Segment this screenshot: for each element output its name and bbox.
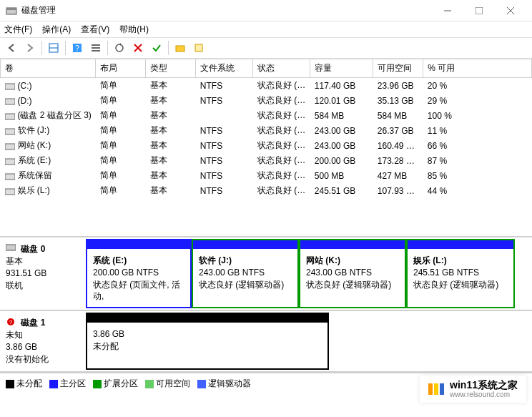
disk-icon [6,243,16,255]
partition-status: 未分配 [93,340,322,353]
svg-point-13 [116,44,123,51]
toolbar-separator [65,41,66,55]
partition-name: 软件 (J:) [199,255,292,267]
disk-status: 联机 [6,280,23,290]
col-pct[interactable]: % 可用 [423,59,532,78]
svg-rect-21 [5,129,15,134]
toolbar-separator [107,41,108,55]
table-row[interactable]: 娱乐 (L:)简单基本NTFS状态良好 (…245.51 GB107.93 …4… [1,183,532,198]
svg-rect-17 [195,44,202,51]
toolbar-separator [168,41,169,55]
table-row[interactable]: (磁盘 2 磁盘分区 3)简单基本状态良好 (…584 MB584 MB100 … [1,108,532,123]
legend-swatch [49,380,58,388]
volume-table[interactable]: 卷 布局 类型 文件系统 状态 容量 可用空间 % 可用 (C:)简单基本NTF… [0,59,532,198]
close-button[interactable] [495,1,526,21]
table-row[interactable]: 系统保留简单基本NTFS状态良好 (…500 MB427 MB85 % [1,168,532,183]
disk-info[interactable]: ? 磁盘 1 未知 3.86 GB 没有初始化 [0,311,84,371]
minimize-button[interactable] [432,1,463,21]
legend-swatch [93,380,102,388]
folder-icon[interactable] [172,39,189,57]
watermark-text: win11系统之家 www.relsound.com [450,380,518,398]
watermark: win11系统之家 www.relsound.com [420,376,526,403]
table-row[interactable]: 网站 (K:)简单基本NTFS状态良好 (…243.00 GB160.49 …6… [1,138,532,153]
watermark-url: www.relsound.com [450,391,518,398]
col-layout[interactable]: 布局 [96,59,146,78]
svg-rect-12 [92,50,100,51]
disk-type: 基本 [6,256,23,266]
legend-swatch [145,380,154,388]
menu-view[interactable]: 查看(V) [81,24,109,36]
svg-text:?: ? [75,44,79,52]
col-volume[interactable]: 卷 [1,59,96,78]
maximize-button[interactable] [463,1,495,21]
partition-stripe [193,240,297,249]
partition[interactable]: 网站 (K:)243.00 GB NTFS状态良好 (逻辑驱动器) [299,239,406,308]
disk-row: 磁盘 0 基本 931.51 GB 联机 系统 (E:)200.00 GB NT… [0,237,532,311]
legend-swatch [6,380,14,388]
legend-item: 可用空间 [145,378,190,390]
svg-rect-10 [92,44,100,46]
volume-icon [5,172,15,180]
disk-partitions: 系统 (E:)200.00 GB NTFS状态良好 (页面文件, 活动,软件 (… [84,237,532,310]
svg-rect-26 [6,245,16,250]
watermark-title: win11系统之家 [450,380,518,391]
volume-icon [5,127,15,134]
list-icon[interactable] [87,39,104,57]
help-icon[interactable]: ? [69,39,86,57]
col-fs[interactable]: 文件系统 [196,59,253,78]
svg-rect-23 [5,159,15,165]
svg-rect-25 [5,189,15,195]
volume-list-panel: 卷 布局 类型 文件系统 状态 容量 可用空间 % 可用 (C:)简单基本NTF… [0,59,532,237]
table-row[interactable]: (D:)简单基本NTFS状态良好 (…120.01 GB35.13 GB29 % [1,93,532,108]
partition-stripe [300,240,405,249]
disk-partitions: 3.86 GB未分配 [84,311,532,371]
partition-status: 状态良好 (逻辑驱动器) [413,279,508,291]
app-icon [6,5,17,16]
table-row[interactable]: 系统 (E:)简单基本NTFS状态良好 (…200.00 GB173.28 …8… [1,153,532,168]
partition-size: 3.86 GB [93,328,322,340]
back-button[interactable] [3,39,20,57]
col-type[interactable]: 类型 [146,59,196,78]
forward-button[interactable] [21,39,39,57]
col-capacity[interactable]: 容量 [310,59,373,78]
col-free[interactable]: 可用空间 [373,59,423,78]
table-row[interactable]: 软件 (J:)简单基本NTFS状态良好 (…243.00 GB26.37 GB1… [1,123,532,138]
disk-size: 931.51 GB [6,268,46,278]
partition-stripe [408,240,513,249]
table-header-row: 卷 布局 类型 文件系统 状态 容量 可用空间 % 可用 [1,59,532,78]
table-row[interactable]: (C:)简单基本NTFS状态良好 (…117.40 GB23.96 GB20 % [1,78,532,94]
volume-icon [5,112,15,119]
svg-rect-22 [5,144,15,149]
delete-icon[interactable] [129,39,147,57]
svg-rect-18 [5,84,15,89]
svg-rect-19 [5,99,15,104]
partition[interactable]: 系统 (E:)200.00 GB NTFS状态良好 (页面文件, 活动, [86,239,192,308]
menu-file[interactable]: 文件(F) [4,24,32,36]
partition-size: 200.00 GB NTFS [93,267,184,279]
window-controls [432,1,526,21]
volume-icon [5,142,15,149]
volume-icon [5,157,15,165]
disk-type: 未知 [6,330,23,340]
legend-item: 扩展分区 [93,378,138,390]
partition[interactable]: 娱乐 (L:)245.51 GB NTFS状态良好 (逻辑驱动器) [406,239,515,308]
properties-icon[interactable] [190,39,207,57]
check-icon[interactable] [148,39,165,57]
legend-swatch [197,380,206,388]
col-status[interactable]: 状态 [253,59,310,78]
volume-icon [5,97,15,104]
partition[interactable]: 3.86 GB未分配 [86,313,329,370]
legend-item: 逻辑驱动器 [197,378,251,390]
menu-action[interactable]: 操作(A) [42,24,71,36]
window-title: 磁盘管理 [21,4,432,16]
menu-bar: 文件(F) 操作(A) 查看(V) 帮助(H) [0,21,532,37]
partition-stripe [87,240,190,249]
view-split-icon[interactable] [45,39,62,57]
disk-info[interactable]: 磁盘 0 基本 931.51 GB 联机 [0,237,84,310]
legend-item: 未分配 [6,378,42,390]
partition[interactable]: 软件 (J:)243.00 GB NTFS状态良好 (逻辑驱动器) [192,239,299,308]
refresh-icon[interactable] [111,39,128,57]
legend-item: 主分区 [49,378,86,390]
volume-icon [5,82,15,89]
menu-help[interactable]: 帮助(H) [119,24,149,36]
